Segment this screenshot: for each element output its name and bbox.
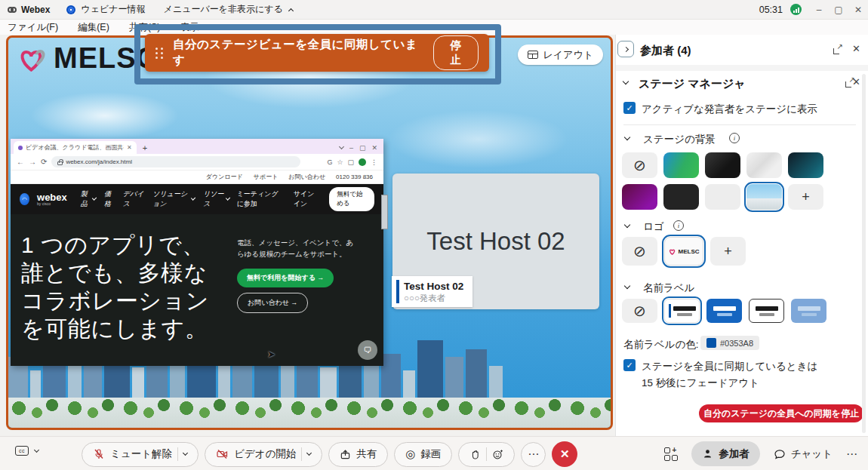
resize-handle[interactable] — [381, 195, 388, 229]
menu-edit[interactable]: 編集(E) — [78, 21, 109, 34]
stage-manager-close-icon[interactable]: ✕ — [852, 76, 860, 88]
more-options-button[interactable]: ⋯ — [521, 442, 546, 467]
reactions-group[interactable] — [458, 442, 515, 467]
menu-file[interactable]: ファイル(F) — [8, 21, 58, 34]
record-label: 録画 — [420, 447, 441, 461]
nav-devices[interactable]: デバイス — [123, 189, 144, 209]
chevron-up-icon[interactable] — [288, 8, 294, 13]
name-label-style-none[interactable]: ⊘ — [622, 299, 657, 323]
bookmark-star-icon[interactable]: ☆ — [337, 158, 343, 166]
logo-thumb-melsc-selected[interactable]: MELSC — [664, 237, 703, 266]
contact-cta-button[interactable]: お問い合わせ → — [237, 293, 308, 313]
captions-button[interactable]: cc — [15, 446, 38, 456]
cc-icon: cc — [15, 446, 29, 456]
background-collapse-icon[interactable] — [624, 134, 630, 140]
mic-options-chevron-icon[interactable] — [183, 450, 188, 456]
participants-close-icon[interactable]: ✕ — [852, 43, 860, 54]
background-thumb-none[interactable]: ⊘ — [622, 152, 657, 178]
link-contact[interactable]: お問い合わせ — [288, 173, 325, 181]
leave-meeting-button[interactable]: ✕ — [552, 441, 577, 467]
logo-collapse-icon[interactable] — [624, 222, 630, 228]
join-meeting-link[interactable]: ミーティングに参加 — [237, 189, 285, 209]
close-button[interactable]: ✕ — [848, 2, 868, 17]
background-thumb-cityscape-selected[interactable] — [746, 184, 782, 210]
sidebar-icon[interactable]: ▢ — [347, 158, 354, 166]
hide-menubar-button[interactable]: メニューバーを非表示にする — [164, 3, 283, 16]
logo-thumb-none[interactable]: ⊘ — [622, 237, 657, 266]
background-thumb-teal-gradient[interactable] — [788, 152, 823, 178]
minimize-button[interactable]: – — [809, 2, 829, 17]
background-thumb-green-gradient[interactable] — [663, 152, 699, 178]
name-label-style-2[interactable] — [706, 299, 742, 323]
reload-icon[interactable]: ⟳ — [41, 158, 47, 166]
forward-icon[interactable]: → — [29, 158, 36, 166]
nav-pricing[interactable]: 価格 — [104, 189, 115, 209]
background-thumb-purple-gradient[interactable] — [622, 184, 657, 210]
name-label-color-picker[interactable]: #0353A8 — [700, 336, 759, 350]
network-indicator-icon — [790, 4, 802, 15]
nav-solutions[interactable]: ソリューション — [152, 189, 195, 209]
webex-site-hero: 1 つのアプリで、 誰とでも、多様な コラボレーション を可能にします。 電話、… — [11, 214, 383, 366]
raise-hand-icon — [469, 449, 481, 460]
nav-products[interactable]: 製品 — [81, 189, 96, 209]
participants-panel-button[interactable]: 参加者 — [691, 441, 760, 466]
start-free-button[interactable]: 無料で始める — [329, 187, 374, 211]
fade-out-checkbox[interactable]: ✓ — [623, 359, 636, 371]
logo-add-button[interactable]: + — [710, 237, 746, 266]
logo-section-title: ロゴ — [643, 220, 664, 234]
chat-panel-button[interactable]: チャット — [774, 447, 833, 461]
background-add-button[interactable]: + — [788, 184, 823, 210]
panel-collapse-button[interactable] — [617, 41, 634, 57]
background-thumb-light-gray[interactable] — [705, 184, 740, 210]
browser-close-icon[interactable]: ✕ — [371, 144, 377, 152]
site-chat-widget[interactable]: 🗨 — [358, 340, 377, 360]
participant-tile-name: Test Host 02 — [426, 227, 565, 256]
webinar-info-button[interactable]: ウェビナー情報 — [81, 3, 145, 16]
background-thumb-dark-gradient[interactable] — [705, 152, 740, 178]
name-label-style-4[interactable] — [791, 299, 826, 323]
share-button[interactable]: 共有 — [328, 442, 388, 467]
tab-search-icon[interactable] — [339, 144, 344, 149]
stop-sync-all-button[interactable]: 自分のステージの全員への同期を停止 — [699, 404, 863, 422]
browser-menu-icon[interactable]: ⋮ — [371, 158, 377, 166]
stage-manager-collapse-icon[interactable] — [623, 78, 629, 84]
active-speaker-checkbox[interactable]: ✓ — [623, 102, 636, 114]
browser-restore-icon[interactable]: ▢ — [359, 144, 366, 152]
link-support[interactable]: サポート — [254, 173, 279, 181]
background-thumb-black[interactable] — [663, 184, 699, 210]
record-button[interactable]: ◎ 録画 — [394, 442, 452, 467]
background-info-icon[interactable]: i — [729, 133, 740, 143]
tab-close-icon[interactable]: ✕ — [127, 144, 132, 151]
shared-browser-window: ビデオ会議、クラウド電話、画面共有 ✕ + – ▢ ✕ ← → ⟳ webex.… — [11, 139, 383, 366]
restore-button[interactable]: ▢ — [829, 2, 848, 17]
unmute-button[interactable]: ミュート解除 — [82, 442, 199, 467]
signin-link[interactable]: サインイン — [294, 189, 320, 209]
panel-scrollbar[interactable] — [862, 74, 866, 433]
start-video-button[interactable]: ビデオの開始 — [205, 442, 322, 467]
url-field[interactable]: webex.com/ja/index.html — [51, 156, 300, 167]
stop-sync-banner-button[interactable]: 停止 — [433, 35, 479, 70]
background-thumb-light-wave[interactable] — [746, 152, 782, 178]
profile-avatar[interactable] — [359, 158, 366, 166]
nav-resources[interactable]: リソース — [203, 189, 229, 209]
participants-popout-icon[interactable] — [833, 45, 842, 54]
more-panels-button[interactable]: ⋯ — [846, 447, 857, 461]
name-label-collapse-icon[interactable] — [624, 283, 630, 289]
back-icon[interactable]: ← — [17, 158, 24, 166]
browser-tab[interactable]: ビデオ会議、クラウド電話、画面共有 ✕ — [14, 141, 137, 154]
drag-handle-icon[interactable] — [155, 48, 164, 59]
start-free-cta-button[interactable]: 無料で利用を開始する → — [237, 269, 334, 287]
start-video-label: ビデオの開始 — [234, 447, 296, 461]
apps-icon[interactable]: + — [664, 447, 678, 461]
panel-section-divider — [616, 65, 868, 71]
layout-button[interactable]: レイアウト — [518, 45, 603, 65]
video-options-chevron-icon[interactable] — [306, 450, 312, 456]
browser-minimize-icon[interactable]: – — [349, 144, 353, 152]
translate-icon[interactable]: G — [327, 158, 332, 166]
name-label-style-3[interactable] — [749, 299, 784, 323]
new-tab-button[interactable]: + — [143, 143, 147, 152]
name-label-style-1-selected[interactable] — [664, 299, 700, 323]
hero-headline: 1 つのアプリで、 誰とでも、多様な コラボレーション を可能にします。 — [21, 231, 209, 343]
link-download[interactable]: ダウンロード — [206, 173, 243, 181]
logo-info-icon[interactable]: i — [673, 220, 684, 231]
